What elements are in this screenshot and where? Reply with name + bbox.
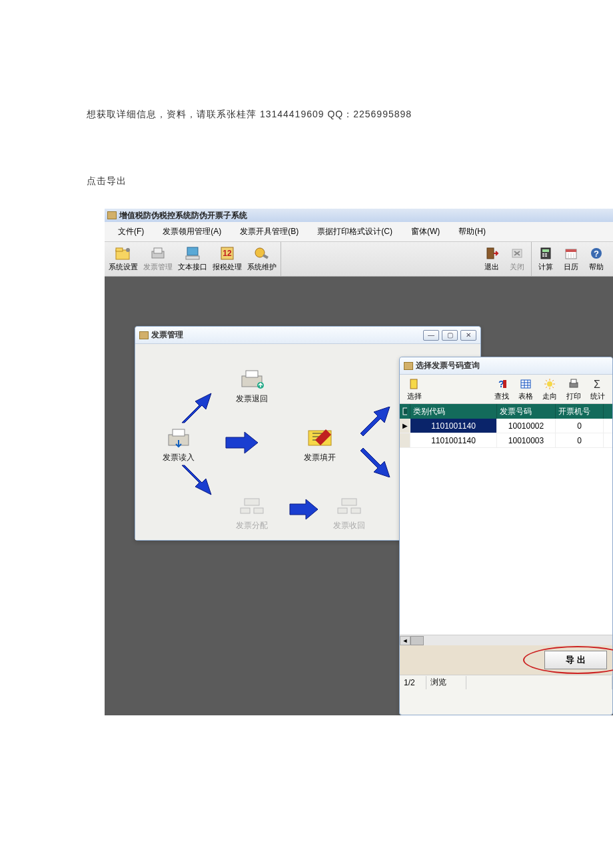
svg-rect-5 (187, 247, 198, 255)
svg-point-52 (547, 381, 552, 387)
scroll-thumb[interactable] (410, 636, 424, 645)
folder-gear-icon (115, 246, 132, 261)
row-marker (400, 433, 410, 447)
toolbar-sys-maintain[interactable]: 系统维护 (245, 242, 279, 275)
table-row[interactable]: 1101001140100100030 (400, 433, 612, 448)
node-distribute-label: 发票分配 (236, 521, 268, 530)
svg-rect-30 (173, 429, 185, 436)
table-row[interactable]: ▶1101001140100100020 (400, 419, 612, 433)
svg-marker-40 (226, 432, 258, 453)
svg-rect-32 (245, 499, 259, 505)
node-invoice-return[interactable]: 发票退回 (222, 368, 282, 405)
grid-header-number[interactable]: 发票号码 (497, 404, 556, 419)
menu-help[interactable]: 帮助(H) (449, 223, 495, 240)
app-titlebar[interactable]: 增值税防伪税控系统防伪开票子系统 (105, 209, 613, 222)
toolbar-calendar[interactable]: 日历 (558, 242, 584, 275)
scroll-left-button[interactable]: ◄ (400, 636, 410, 645)
menu-invoice-receive[interactable]: 发票领用管理(A) (153, 223, 231, 240)
select-btn-table[interactable]: 表格 (514, 377, 538, 401)
door-icon (408, 377, 420, 391)
select-btn-orient[interactable]: 走向 (538, 377, 562, 401)
close-button[interactable]: ✕ (460, 330, 476, 341)
invoice-mgmt-titlebar[interactable]: 发票管理 — ▢ ✕ (135, 327, 480, 344)
svg-marker-43 (290, 499, 318, 519)
toolbar-help[interactable]: ? 帮助 (584, 242, 609, 275)
svg-rect-11 (487, 248, 494, 259)
grid-header-code[interactable]: 类别代码 (410, 404, 497, 419)
menu-print-format[interactable]: 票据打印格式设计(C) (308, 223, 402, 240)
window-icon (139, 331, 149, 339)
toolbar-tax-report[interactable]: 12 报税处理 (210, 242, 245, 275)
toolbar-sys-setting[interactable]: 系统设置 (106, 242, 141, 275)
search-qmark-icon: ? (496, 377, 508, 391)
svg-rect-15 (542, 253, 544, 255)
calendar-icon (562, 246, 580, 261)
svg-rect-4 (154, 248, 162, 253)
select-btn-print[interactable]: 打印 (562, 377, 586, 401)
close-x-icon (508, 246, 526, 261)
svg-rect-34 (254, 508, 263, 513)
svg-rect-37 (342, 499, 356, 505)
grid-header-machine[interactable]: 开票机号 (556, 404, 604, 419)
doc-contact-line: 想获取详细信息，资料，请联系张桂萍 13144419609 QQ：2256995… (87, 109, 412, 121)
status-empty (466, 676, 612, 689)
horizontal-scrollbar[interactable]: ◄ (400, 635, 612, 645)
svg-text:?: ? (594, 249, 599, 259)
arrow-ne2-icon (356, 407, 396, 439)
maximize-button[interactable]: ▢ (442, 330, 458, 341)
toolbar-exit[interactable]: 退出 (479, 242, 504, 275)
select-btn-stats[interactable]: Σ 统计 (586, 377, 610, 401)
select-invoice-window[interactable]: 选择发票号码查询 选择 ? 查找 表格 走向 (399, 357, 613, 715)
svg-rect-1 (116, 248, 123, 251)
export-button[interactable]: 导 出 (544, 651, 607, 669)
node-invoice-read[interactable]: 发票读入 (149, 427, 209, 463)
distribute-icon (237, 495, 267, 517)
menu-window[interactable]: 窗体(W) (402, 223, 449, 240)
menu-invoice-issue[interactable]: 发票开具管理(B) (231, 223, 308, 240)
app-icon (107, 211, 117, 219)
toolbar-close: 关闭 (504, 242, 530, 275)
arrow-right-icon (221, 429, 263, 456)
toolbar-exit-label: 退出 (484, 262, 499, 272)
computer-icon (184, 246, 201, 261)
node-invoice-distribute: 发票分配 (222, 495, 282, 531)
arrow-se-icon (177, 460, 217, 497)
printer-down-icon (163, 427, 194, 449)
node-invoice-fill[interactable]: 发票填开 (290, 427, 350, 463)
select-invoice-title: 选择发票号码查询 (416, 360, 608, 371)
toolbar-help-label: 帮助 (589, 262, 604, 272)
arrow-se2-icon (356, 445, 396, 477)
svg-rect-20 (566, 249, 576, 252)
select-invoice-titlebar[interactable]: 选择发票号码查询 (400, 357, 612, 375)
svg-line-57 (546, 380, 547, 381)
window-icon (404, 362, 413, 370)
toolbar-text-interface-label: 文本接口 (178, 262, 207, 272)
print-icon (568, 377, 580, 391)
menu-file[interactable]: 文件(F) (109, 223, 153, 240)
export-bar: 导 出 (400, 645, 612, 675)
toolbar-calc[interactable]: 计算 (533, 242, 558, 275)
doc-instruction-line: 点击导出 (87, 175, 127, 187)
help-icon: ? (588, 246, 605, 261)
toolbar-text-interface[interactable]: 文本接口 (175, 242, 210, 275)
svg-rect-44 (410, 379, 417, 389)
svg-rect-6 (186, 256, 199, 259)
main-toolbar: 系统设置 发票管理 文本接口 12 报税处理 系统维护 退出 (105, 242, 613, 277)
svg-rect-46 (503, 380, 506, 388)
select-btn-search[interactable]: ? 查找 (490, 377, 514, 401)
node-recover-label: 发票收回 (333, 521, 365, 530)
row-marker: ▶ (400, 419, 410, 433)
printer-up-icon (237, 368, 267, 391)
arrow-right2-icon (286, 497, 323, 521)
select-btn-select[interactable]: 选择 (402, 377, 426, 401)
svg-rect-16 (545, 253, 547, 255)
cell-machine: 0 (556, 433, 604, 447)
minimize-button[interactable]: — (423, 330, 439, 341)
invoice-grid[interactable]: 类别代码 发票号码 开票机号 ▶110100114010010002011010… (400, 404, 612, 635)
select-btn-stats-label: 统计 (590, 391, 605, 401)
cell-code: 1101001140 (410, 433, 497, 447)
svg-rect-14 (542, 249, 549, 252)
toolbar-close-label: 关闭 (510, 262, 524, 272)
svg-rect-35 (338, 508, 347, 513)
grid-header: 类别代码 发票号码 开票机号 (400, 404, 612, 419)
